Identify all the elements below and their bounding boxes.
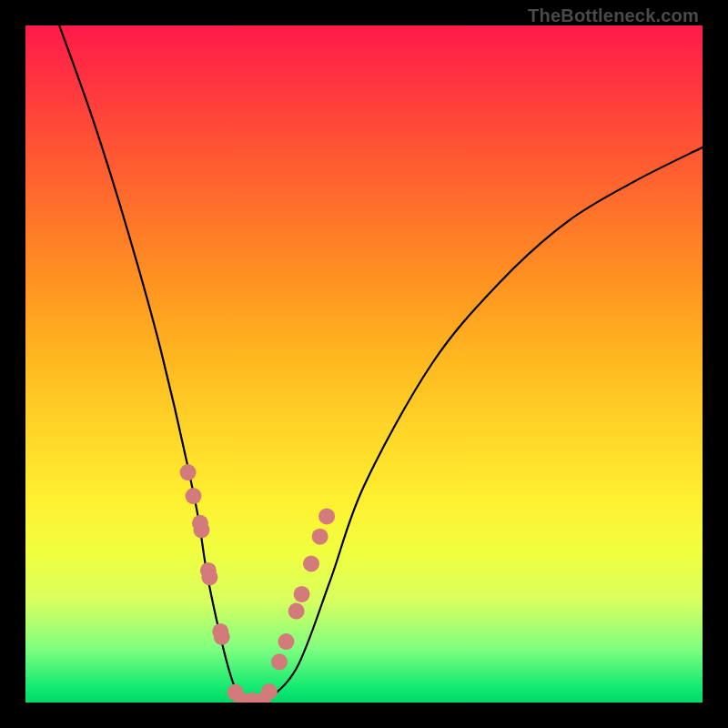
data-marker: [318, 508, 335, 524]
chart-svg: [25, 25, 703, 703]
data-marker: [214, 629, 230, 645]
marker-group: [180, 464, 336, 703]
data-marker: [186, 488, 202, 504]
data-marker: [180, 464, 197, 480]
chart-frame: TheBottleneck.com: [0, 0, 728, 728]
data-marker: [261, 683, 278, 700]
data-marker: [193, 521, 209, 538]
data-marker: [271, 653, 288, 670]
watermark-text: TheBottleneck.com: [528, 5, 699, 26]
data-marker: [312, 529, 329, 545]
data-marker: [278, 633, 294, 650]
data-marker: [288, 603, 305, 620]
plot-area: [25, 25, 703, 703]
bottleneck-curve-path: [59, 25, 703, 703]
data-marker: [294, 586, 310, 602]
data-marker: [201, 569, 217, 585]
data-marker: [303, 555, 319, 571]
